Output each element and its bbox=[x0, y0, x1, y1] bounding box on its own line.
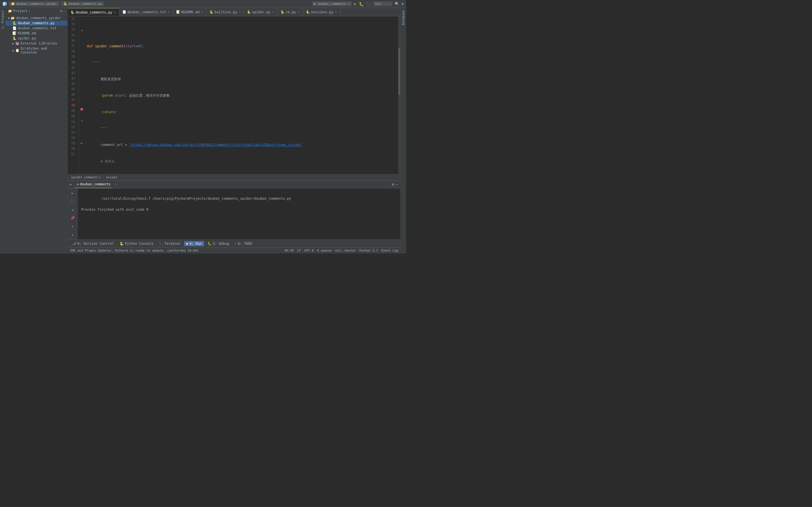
breadcrumb-block[interactable]: except bbox=[106, 175, 117, 179]
current-file-name: douban_comments.py bbox=[68, 2, 102, 6]
tab-close-4[interactable]: ✕ bbox=[238, 10, 241, 14]
run-btn[interactable]: ▶ 4: Run bbox=[184, 241, 204, 246]
libs-icon: 📚 bbox=[15, 41, 19, 45]
project-panel: 📁 Project ▾ ⚙ — ▼ 📂 douban_comments_spid… bbox=[6, 8, 68, 253]
left-vtabs: 1: Project bbox=[0, 8, 6, 253]
tree-file-douban-comments-py[interactable]: 🐍 douban_comments.py bbox=[6, 20, 67, 25]
py-file-icon2: 🐍 bbox=[12, 36, 17, 40]
right-strip: Database bbox=[400, 8, 406, 253]
run-panel: ▶ ● douban_comments ✕ ⚙ — ▶ ⬛ ↺ 📌 ↑ bbox=[68, 180, 400, 239]
breadcrumb-sep: › bbox=[103, 175, 105, 179]
encoding[interactable]: UTF-8 bbox=[304, 249, 313, 252]
breadcrumb-bar: spider_comment() › except bbox=[68, 174, 400, 180]
debug-button[interactable]: 🐛 bbox=[359, 2, 364, 6]
md-file-icon: 📝 bbox=[12, 31, 17, 35]
tab-close-6[interactable]: ✕ bbox=[297, 10, 300, 14]
current-file-badge[interactable]: 🐍 douban_comments.py bbox=[61, 1, 104, 6]
code-line-36: :param start: 起始位置，相当于分页参数 bbox=[87, 93, 396, 99]
run-tab-active[interactable]: ● douban_comments bbox=[74, 180, 113, 188]
indentation[interactable]: 4 spaces bbox=[317, 249, 332, 252]
python-version[interactable]: Python 3.7 bbox=[359, 249, 378, 252]
run-scroll-down-btn[interactable]: ↓ bbox=[69, 231, 77, 238]
tab-builtins-py[interactable]: 🐍 builtins.py ✕ bbox=[207, 8, 244, 16]
main-layout: 1: Project 📁 Project ▾ ⚙ — ▼ 📂 douban_co… bbox=[0, 8, 406, 253]
tree-scratches-consoles[interactable]: ▶ 📋 Scratches and Consoles bbox=[6, 46, 67, 55]
code-line-32 bbox=[87, 27, 396, 33]
todo-icon: ✓ bbox=[235, 242, 237, 245]
tab-close-5[interactable]: ✕ bbox=[271, 10, 274, 14]
fold-arrow-50[interactable]: ▼ bbox=[81, 119, 83, 122]
todo-btn[interactable]: ✓ 6: TODO bbox=[232, 241, 254, 246]
tab-readme[interactable]: 📝 README.md ✕ bbox=[173, 8, 207, 16]
tab-sessions-py[interactable]: 🐍 sessions.py ✕ bbox=[303, 8, 341, 16]
project-badge[interactable]: 📁 douban_comments_spider bbox=[9, 1, 59, 6]
code-editor[interactable]: 32 33 34 35 36 37 38 39 40 41 42 43 44 4… bbox=[68, 16, 400, 174]
panel-title: 📁 Project ▾ bbox=[8, 9, 31, 13]
code-content[interactable]: def spider_comment(start=0): """ 爬取某页影评 … bbox=[85, 16, 398, 174]
debug-btn[interactable]: 🐛 5: Debug bbox=[205, 241, 232, 246]
minimize-run-icon[interactable]: — bbox=[396, 182, 398, 186]
tab-re-py[interactable]: 🐍 re.py ✕ bbox=[278, 8, 303, 16]
scrollbar-thumb[interactable] bbox=[398, 48, 400, 95]
run-pin-btn[interactable]: 📌 bbox=[69, 215, 77, 222]
code-line-34: """ bbox=[87, 60, 396, 66]
run-play-btn[interactable]: ▶ bbox=[69, 189, 77, 197]
tab-douban-comments-py[interactable]: 🐍 douban_comments.py ✕ bbox=[68, 8, 119, 16]
run-config-dropdown: ▾ bbox=[348, 2, 350, 6]
settings-icon[interactable]: ⚙ bbox=[402, 2, 404, 6]
file-badge-icon: 🐍 bbox=[63, 2, 67, 6]
tab-spider-py[interactable]: 🐍 spider.py ✕ bbox=[244, 8, 278, 16]
project-vtab[interactable]: 1: Project bbox=[0, 8, 5, 31]
settings-run-icon[interactable]: ⚙ bbox=[392, 182, 394, 186]
tab-sessions-icon: 🐍 bbox=[306, 10, 310, 14]
panel-header-icons: ⚙ — bbox=[60, 9, 65, 13]
stop-button[interactable]: ⬛ bbox=[366, 2, 371, 6]
version-control-btn[interactable]: ⎇ 9: Version Control bbox=[70, 241, 116, 246]
run-result: Process finished with exit code 0 bbox=[81, 208, 148, 212]
tree-file-douban-comments-txt[interactable]: 📄 douban_comments.txt bbox=[6, 25, 67, 31]
app-icon: 🧊 bbox=[2, 2, 7, 6]
git-branch[interactable]: Git: master bbox=[335, 249, 356, 252]
terminal-btn[interactable]: ⬛ Terminal bbox=[157, 241, 183, 246]
run-config-badge[interactable]: ▶ douban_comments ▾ bbox=[312, 1, 352, 6]
panel-header: 📁 Project ▾ ⚙ — bbox=[6, 8, 67, 14]
tree-external-libs[interactable]: ▶ 📚 External Libraries bbox=[6, 41, 67, 46]
debug-icon: 🐛 bbox=[207, 242, 212, 245]
run-button[interactable]: ▶ bbox=[354, 1, 357, 6]
close-run-tab-icon[interactable]: ✕ bbox=[115, 182, 117, 186]
gear-icon[interactable]: ⚙ bbox=[60, 9, 62, 13]
event-log[interactable]: Event Log bbox=[381, 249, 398, 252]
close-panel-icon[interactable]: — bbox=[63, 9, 65, 13]
tab-close-7[interactable]: ✕ bbox=[335, 10, 338, 14]
cursor-position[interactable]: 46:39 bbox=[285, 249, 294, 252]
vertical-scrollbar[interactable] bbox=[398, 16, 400, 174]
folder-arrow: ▼ bbox=[8, 17, 10, 20]
tab-bar: 🐍 douban_comments.py ✕ 📄 douban_comments… bbox=[68, 8, 400, 16]
tree-file-readme[interactable]: 📝 README.md bbox=[6, 31, 67, 36]
tab-close-2[interactable]: ✕ bbox=[167, 10, 170, 14]
run-stop-btn[interactable]: ⬛ bbox=[69, 198, 77, 205]
fold-arrow-34[interactable]: ▼ bbox=[81, 29, 83, 32]
run-output: /usr/local/bin/python3.7 /Users/pig/Pych… bbox=[78, 188, 400, 239]
project-name: douban_comments_spider bbox=[16, 2, 57, 6]
search-icon[interactable]: 🔍 bbox=[395, 2, 399, 6]
tab-close-1[interactable]: ✕ bbox=[113, 10, 116, 14]
tab-douban-comments-txt[interactable]: 📄 douban_comments.txt ✕ bbox=[119, 8, 173, 16]
run-scroll-up-btn[interactable]: ↑ bbox=[69, 223, 77, 230]
breakpoint-indicator[interactable] bbox=[80, 108, 83, 111]
run-panel-header: ▶ ● douban_comments ✕ ⚙ — bbox=[68, 180, 400, 188]
line-ending[interactable]: LF bbox=[297, 249, 301, 252]
tree-file-spider-py[interactable]: 🐍 spider.py bbox=[6, 36, 67, 41]
tab-close-3[interactable]: ✕ bbox=[201, 10, 204, 14]
status-notification: IDE and Plugin Updates: PyCharm is ready… bbox=[70, 249, 199, 252]
database-vtab[interactable]: Database bbox=[401, 8, 406, 27]
line-numbers: 32 33 34 35 36 37 38 39 40 41 42 43 44 4… bbox=[68, 16, 79, 174]
tab-txt-icon: 📄 bbox=[122, 10, 126, 14]
tree-root-folder[interactable]: ▼ 📂 douban_comments_spider bbox=[6, 15, 67, 20]
run-sidebar: ▶ ⬛ ↺ 📌 ↑ ↓ bbox=[68, 188, 78, 239]
run-rerun-btn[interactable]: ↺ bbox=[69, 206, 77, 214]
python-console-btn[interactable]: 🐍 Python Console bbox=[117, 241, 156, 246]
run-command: /usr/local/bin/python3.7 /Users/pig/Pych… bbox=[101, 196, 291, 201]
project-tree: ▼ 📂 douban_comments_spider 🐍 douban_comm… bbox=[6, 14, 67, 253]
breadcrumb-func[interactable]: spider_comment() bbox=[71, 175, 101, 179]
